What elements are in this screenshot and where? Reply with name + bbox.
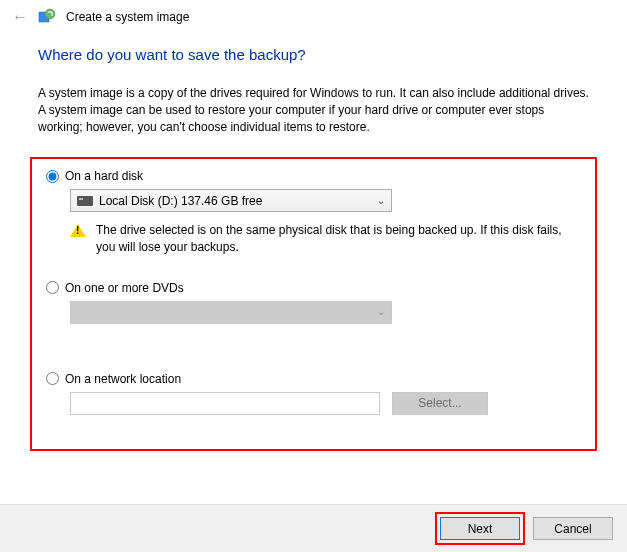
- disk-dropdown[interactable]: Local Disk (D:) 137.46 GB free ⌄: [70, 189, 392, 212]
- network-input-row: Select...: [70, 392, 581, 415]
- system-image-icon: [38, 8, 56, 26]
- option-dvd: On one or more DVDs ⌄: [46, 281, 581, 324]
- cancel-button[interactable]: Cancel: [533, 517, 613, 540]
- network-path-input: [70, 392, 380, 415]
- warning-text: The drive selected is on the same physic…: [96, 222, 581, 254]
- dvd-dropdown-disabled: ⌄: [70, 301, 392, 324]
- hdd-icon: [77, 196, 93, 206]
- radio-network-row[interactable]: On a network location: [46, 372, 581, 386]
- radio-hard-disk[interactable]: [46, 170, 59, 183]
- radio-hard-disk-row[interactable]: On a hard disk: [46, 169, 581, 183]
- page-title: Where do you want to save the backup?: [38, 46, 589, 63]
- chevron-down-icon: ⌄: [377, 306, 385, 317]
- radio-network-label: On a network location: [65, 372, 181, 386]
- radio-dvd[interactable]: [46, 281, 59, 294]
- options-panel: On a hard disk Local Disk (D:) 137.46 GB…: [30, 157, 597, 450]
- next-button-highlight: Next: [435, 512, 525, 545]
- radio-hard-disk-label: On a hard disk: [65, 169, 143, 183]
- warning-row: The drive selected is on the same physic…: [70, 222, 581, 254]
- page-description: A system image is a copy of the drives r…: [38, 85, 589, 135]
- warning-icon: [70, 224, 86, 237]
- footer-bar: Next Cancel: [0, 504, 627, 552]
- window-header: ← Create a system image: [0, 0, 627, 34]
- radio-dvd-row[interactable]: On one or more DVDs: [46, 281, 581, 295]
- next-button[interactable]: Next: [440, 517, 520, 540]
- radio-network[interactable]: [46, 372, 59, 385]
- network-select-button: Select...: [392, 392, 488, 415]
- radio-dvd-label: On one or more DVDs: [65, 281, 184, 295]
- back-arrow-icon[interactable]: ←: [12, 8, 28, 26]
- svg-point-1: [45, 9, 55, 19]
- content-area: Where do you want to save the backup? A …: [0, 34, 627, 451]
- chevron-down-icon: ⌄: [377, 195, 385, 206]
- window-title: Create a system image: [66, 10, 189, 24]
- option-network: On a network location Select...: [46, 372, 581, 415]
- disk-dropdown-value: Local Disk (D:) 137.46 GB free: [99, 194, 262, 208]
- option-hard-disk: On a hard disk Local Disk (D:) 137.46 GB…: [46, 169, 581, 254]
